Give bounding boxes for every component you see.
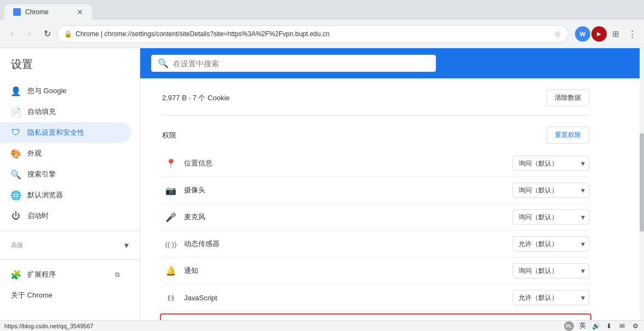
advanced-section[interactable]: 高级 ▾ [0,236,140,255]
mic-select[interactable]: 询问（默认） [513,209,589,225]
tab-bar: Chrome ✕ [0,0,644,20]
doc-icon: 📄 [11,107,21,117]
camera-select[interactable]: 询问（默认） [513,182,589,198]
search-icon: 🔍 [11,169,21,179]
sidebar-divider [0,231,140,231]
location-select-wrapper: 询问（默认） ▾ [513,156,589,171]
youtube-button[interactable]: ⊞ [608,26,623,42]
paint-icon: 🎨 [11,149,21,158]
permissions-header: 权限 重置权限 [162,116,589,150]
browser-icon: 🌐 [11,190,21,200]
shield-icon: 🛡 [11,128,21,138]
sidebar-item-label: 默认浏览器 [27,190,63,200]
scrollbar-track[interactable] [640,48,644,331]
forward-button[interactable]: › [22,26,37,42]
sidebar-item-search[interactable]: 🔍 搜索引擎 [0,164,131,185]
sidebar-item-browser[interactable]: 🌐 默认浏览器 [0,185,131,206]
location-icon: 📍 [162,158,180,169]
tab-favicon [13,8,21,16]
location-select[interactable]: 询问（默认） [513,156,589,171]
notification-select[interactable]: 询问（默认） [513,263,589,278]
search-input[interactable] [173,59,429,68]
chevron-down-icon: ▾ [124,240,129,250]
settings-icon: ⚙ [631,322,640,330]
tab-close-button[interactable]: ✕ [77,8,83,16]
bell-icon: 🔔 [162,266,180,276]
lang-icon: 英 [578,322,587,330]
pl-icon: PL [564,321,574,331]
extensions-button[interactable]: W [575,26,590,42]
tab-title: Chrome [25,8,49,16]
sidebar-item-autofill[interactable]: 📄 自动填充 [0,101,131,122]
cast-button[interactable]: ▶ [591,26,607,42]
search-container: 🔍 [140,48,640,78]
permission-row-sensor: ((·)) 动态传感器 允许（默认） ▾ [162,231,589,258]
permission-row-mic: 🎤 麦克风 询问（默认） ▾ [162,204,589,231]
mic-icon: 🎤 [162,212,180,222]
sidebar-item-label: 您与 Google [27,86,67,96]
sidebar-item-startup[interactable]: ⏻ 启动时 [0,206,131,226]
reset-permissions-button[interactable]: 重置权限 [547,127,589,144]
permission-row-camera: 📷 摄像头 询问（默认） ▾ [162,177,589,204]
sidebar-item-label: 搜索引擎 [27,169,56,179]
sidebar-item-appearance[interactable]: 🎨 外观 [0,143,131,164]
search-box[interactable]: 🔍 [151,55,436,72]
person-icon: 👤 [11,86,21,96]
download-icon: ⬇ [605,322,613,330]
extensions-icon: 🧩 [11,270,21,279]
sensor-icon: ((·)) [162,240,180,248]
mic-select-wrapper: 询问（默认） ▾ [513,209,589,225]
sensor-select[interactable]: 允许（默认） [513,236,589,252]
cookie-row: 2,977 B · 7 个 Cookie 清除数据 [162,78,589,116]
permission-row-location: 📍 位置信息 询问（默认） ▾ [162,150,589,177]
external-link-icon: ⧉ [115,271,120,278]
camera-select-wrapper: 询问（默认） ▾ [513,182,589,198]
cookie-info: 2,977 B · 7 个 Cookie [162,93,230,103]
permission-name-notification: 通知 [180,266,513,276]
clear-data-button[interactable]: 清除数据 [547,89,589,106]
content-area: 2,977 B · 7 个 Cookie 清除数据 权限 重置权限 📍 位置信息… [140,78,611,331]
mail-icon: ✉ [618,322,626,330]
js-select[interactable]: 允许（默认） [513,290,589,305]
audio-icon: 🔊 [591,322,600,330]
sidebar-item-label: 扩展程序 [27,270,56,279]
about-label: 关于 Chrome [11,290,53,300]
search-icon: 🔍 [158,58,169,69]
js-select-wrapper: 允许（默认） ▾ [513,290,589,305]
sidebar-item-extensions[interactable]: 🧩 扩展程序 ⧉ [0,264,131,285]
sidebar-item-about[interactable]: 关于 Chrome [0,285,131,306]
nav-bar: ‹ › ↻ 🔒 Chrome | chrome://settings/conte… [0,20,644,48]
more-button[interactable]: ⋮ [624,26,640,42]
sidebar: 设置 👤 您与 Google 📄 自动填充 🛡 隐私设置和安全性 🎨 外观 🔍 … [0,48,140,331]
active-tab[interactable]: Chrome ✕ [4,4,92,20]
permission-row-notification: 🔔 通知 询问（默认） ▾ [162,258,589,284]
permission-name-location: 位置信息 [180,158,513,168]
camera-icon: 📷 [162,185,180,196]
refresh-button[interactable]: ↻ [39,26,55,42]
sidebar-item-privacy[interactable]: 🛡 隐私设置和安全性 [0,122,131,143]
permission-row-js: {·} JavaScript 允许（默认） ▾ [162,284,589,311]
permission-name-sensor: 动态传感器 [180,239,513,249]
bottom-bar: https://blog.csdn.net/qq_3549567 PL 英 🔊 … [0,320,644,331]
sidebar-item-label: 启动时 [27,211,49,221]
sidebar-item-google[interactable]: 👤 您与 Google [0,81,131,101]
sidebar-item-label: 隐私设置和安全性 [27,128,84,138]
back-button[interactable]: ‹ [4,26,20,42]
page: 设置 👤 您与 Google 📄 自动填充 🛡 隐私设置和安全性 🎨 外观 🔍 … [0,48,644,331]
sidebar-title: 设置 [0,48,140,81]
scrollbar-thumb[interactable] [640,133,644,232]
power-icon: ⏻ [11,211,21,221]
nav-right-buttons: W ▶ ⊞ ⋮ [575,26,640,42]
browser-chrome: Chrome ✕ ‹ › ↻ 🔒 Chrome | chrome://setti… [0,0,644,48]
notification-select-wrapper: 询问（默认） ▾ [513,263,589,278]
advanced-label: 高级 [11,241,23,249]
permissions-title: 权限 [162,130,176,140]
address-bar[interactable]: 🔒 Chrome | chrome://settings/content/sit… [57,25,568,43]
address-text: Chrome | chrome://settings/content/siteD… [76,30,551,38]
lock-icon: 🔒 [64,30,72,38]
sidebar-item-label: 外观 [27,149,42,158]
sensor-select-wrapper: 允许（默认） ▾ [513,236,589,252]
status-url: https://blog.csdn.net/qq_3549567 [4,323,94,329]
bookmark-star-icon[interactable]: ☆ [554,30,561,38]
permission-name-mic: 麦克风 [180,212,513,222]
